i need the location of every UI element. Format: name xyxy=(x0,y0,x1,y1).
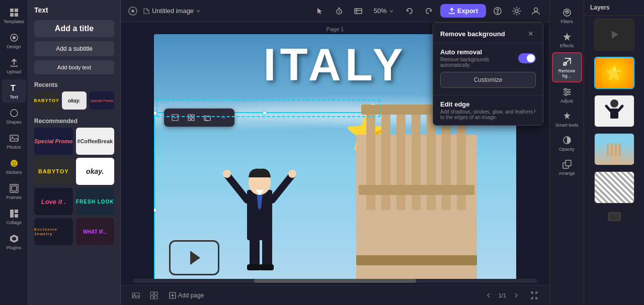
plugins-label: Plugins xyxy=(7,245,22,250)
recents-row: BABYTOY okay. Special Promo xyxy=(28,91,120,114)
sidebar-item-plugins[interactable]: Plugins xyxy=(2,230,26,253)
user-icon-btn[interactable] xyxy=(528,4,543,19)
filters-label: Filters xyxy=(560,19,573,24)
sidebar-item-collage[interactable]: Collage xyxy=(2,205,26,228)
sidebar-item-text[interactable]: T Text xyxy=(2,79,26,103)
svg-rect-46 xyxy=(250,238,260,268)
ft-grid-button[interactable] xyxy=(184,111,198,125)
file-name[interactable]: Untitled image xyxy=(143,7,201,15)
right-item-opacity[interactable]: Opacity xyxy=(552,132,582,155)
recent-okay[interactable]: okay. xyxy=(62,91,87,110)
ft-resize-button[interactable] xyxy=(168,111,182,125)
rec-jewelry[interactable]: Exclusive Jewelry xyxy=(34,218,73,245)
add-subtitle-button[interactable]: Add a subtitle xyxy=(34,41,114,56)
ft-more-button[interactable]: ··· xyxy=(216,111,230,125)
recent-babytoy[interactable]: BABYTOY xyxy=(34,91,59,110)
add-body-button[interactable]: Add body text xyxy=(34,60,114,74)
edit-edge-section[interactable]: Edit edge Add shadows, strokes, glow, an… xyxy=(433,95,543,125)
sidebar-item-design[interactable]: Design xyxy=(2,29,26,52)
svg-rect-48 xyxy=(247,264,261,270)
svg-rect-17 xyxy=(15,214,18,218)
settings-icon-btn[interactable] xyxy=(509,4,524,19)
right-item-effects[interactable]: Effects xyxy=(552,28,582,51)
recent-special-promo[interactable]: Special Promo xyxy=(90,91,114,110)
expand-button[interactable] xyxy=(527,288,541,302)
layer-item-person[interactable] xyxy=(594,95,634,127)
canvas-scrollbar[interactable] xyxy=(133,279,537,283)
right-item-smart-tools[interactable]: Smart tools xyxy=(552,108,582,131)
svg-rect-1 xyxy=(15,9,18,12)
rec-babytoy[interactable]: BABYTOY xyxy=(34,158,73,185)
layer-item-tower[interactable] xyxy=(594,133,634,165)
prev-page-button[interactable] xyxy=(481,288,496,302)
ft-copy-button[interactable] xyxy=(200,111,214,125)
zoom-display[interactable]: 50% xyxy=(370,5,398,17)
svg-rect-56 xyxy=(206,116,210,121)
export-icon xyxy=(448,8,455,15)
svg-point-7 xyxy=(11,110,18,117)
layer-item-star[interactable]: ⭐ xyxy=(594,57,634,89)
layer-item-more[interactable] xyxy=(594,208,634,226)
play-button-overlay[interactable] xyxy=(169,240,219,275)
svg-point-68 xyxy=(565,88,567,90)
help-icon-btn[interactable] xyxy=(490,4,505,19)
svg-point-11 xyxy=(13,162,14,163)
add-title-button[interactable]: Add a title xyxy=(34,20,114,37)
right-tool-panel: Filters Effects Removebg... Adjust xyxy=(549,0,584,305)
svg-point-5 xyxy=(13,36,16,39)
svg-rect-37 xyxy=(359,185,474,195)
undo-button[interactable] xyxy=(402,4,417,19)
view-tool-button[interactable] xyxy=(351,4,366,19)
rec-whatif[interactable]: WHAT IF... xyxy=(76,218,115,245)
sidebar-item-photos[interactable]: Photos xyxy=(2,130,26,153)
next-page-button[interactable] xyxy=(509,288,523,302)
layer-item-checker[interactable] xyxy=(594,171,634,204)
add-page-button[interactable]: Add page xyxy=(165,290,208,301)
svg-rect-0 xyxy=(10,9,14,12)
svg-rect-15 xyxy=(10,210,14,218)
export-button[interactable]: Export xyxy=(440,4,486,18)
rec-coffee-break[interactable]: #CoffeeBreak xyxy=(76,128,115,155)
text-label: Text xyxy=(10,94,18,99)
sidebar-item-templates[interactable]: Templates xyxy=(2,4,26,27)
redo-button[interactable] xyxy=(421,4,436,19)
effects-icon xyxy=(561,31,573,42)
bottom-photo-button[interactable] xyxy=(129,288,143,302)
auto-removal-title: Auto removal xyxy=(440,48,518,56)
rec-special-promo[interactable]: Special Promo xyxy=(34,128,73,155)
layer-item-play[interactable] xyxy=(594,19,634,51)
pointer-tool-button[interactable] xyxy=(312,4,328,19)
svg-point-65 xyxy=(566,12,568,14)
customize-button[interactable]: Customize xyxy=(440,72,536,88)
text-panel: Text Add a title Add a subtitle Add body… xyxy=(28,0,121,305)
plugins-icon xyxy=(9,233,20,244)
right-item-filters[interactable]: Filters xyxy=(552,4,582,27)
bottom-grid-button[interactable] xyxy=(147,288,161,302)
sidebar-item-frames[interactable]: Frames xyxy=(2,180,26,203)
canvas-scroll-thumb xyxy=(254,279,416,283)
right-item-remove-bg[interactable]: Removebg... xyxy=(552,52,582,82)
dropdown-icon xyxy=(196,9,201,14)
sidebar-item-shapes[interactable]: Shapes xyxy=(2,105,26,128)
svg-rect-2 xyxy=(10,13,14,17)
auto-removal-toggle[interactable] xyxy=(518,53,536,63)
auto-removal-desc: Remove backgrounds automatically. xyxy=(440,57,518,68)
sidebar-item-upload[interactable]: Upload xyxy=(2,54,26,77)
file-name-text: Untitled image xyxy=(152,7,194,15)
right-item-adjust[interactable]: Adjust xyxy=(552,83,582,107)
svg-rect-55 xyxy=(192,118,194,121)
timer-tool-button[interactable] xyxy=(332,4,347,19)
right-item-arrange[interactable]: Arrange xyxy=(552,156,582,179)
remove-bg-close-button[interactable]: ✕ xyxy=(526,29,536,39)
rec-loveit[interactable]: Love it . xyxy=(34,188,73,215)
floating-toolbar: ··· xyxy=(164,109,234,127)
sidebar-item-stickers[interactable]: Stickers xyxy=(2,155,26,178)
svg-line-43 xyxy=(272,175,292,200)
business-figure[interactable] xyxy=(214,145,305,275)
rec-freshlook[interactable]: FRESH LOOK xyxy=(76,188,115,215)
rec-okay[interactable]: okay. xyxy=(76,158,115,185)
filters-icon xyxy=(561,7,573,18)
svg-rect-53 xyxy=(192,115,194,117)
smart-tools-label: Smart tools xyxy=(555,123,579,128)
remove-bg-panel-title: Remove background xyxy=(440,30,505,38)
